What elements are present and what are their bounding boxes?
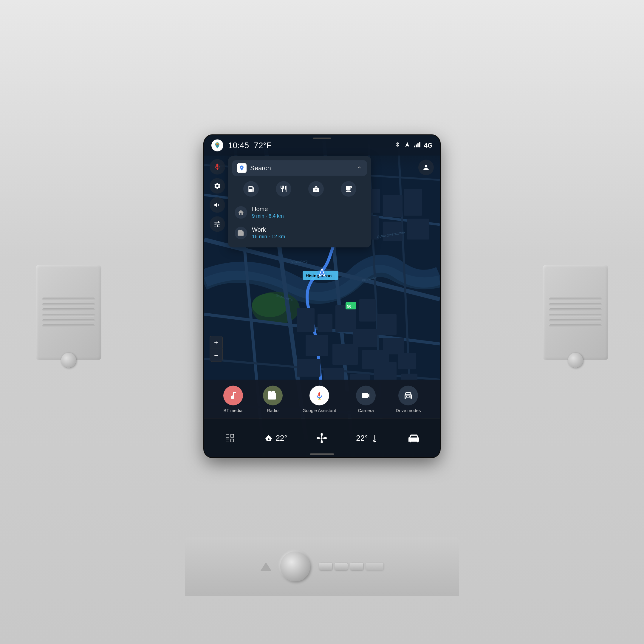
zoom-controls: + − — [210, 336, 223, 362]
work-detail: 16 min · 12 km — [252, 234, 285, 240]
home-detail: 9 min · 6.4 km — [252, 213, 284, 219]
zoom-in-button[interactable]: + — [210, 336, 223, 349]
radio-label: Radio — [267, 408, 278, 413]
vent-slat — [42, 298, 95, 301]
svg-point-62 — [321, 437, 323, 439]
vent-slat — [42, 308, 95, 311]
tune-button[interactable] — [210, 216, 225, 232]
ctrl-btn-1[interactable] — [319, 563, 332, 570]
bottom-app-bar: BT media Radio — [204, 380, 440, 419]
car-interior: Gulbergsvässgatan Bergsgatan Södra Frams… — [0, 0, 644, 644]
svg-rect-16 — [359, 299, 376, 322]
central-knob[interactable] — [280, 552, 310, 581]
triangle-buttons — [261, 562, 271, 571]
svg-rect-52 — [416, 145, 417, 148]
vent-knob-left[interactable] — [61, 353, 76, 368]
settings-button[interactable] — [210, 178, 225, 194]
svg-point-63 — [410, 439, 411, 440]
ctrl-btn-3[interactable] — [350, 563, 363, 570]
services-button[interactable] — [341, 181, 356, 197]
home-icon — [235, 206, 247, 219]
svg-rect-14 — [318, 314, 332, 332]
network-label: 4G — [424, 142, 433, 149]
bt-media-button[interactable]: BT media — [223, 386, 243, 413]
svg-point-64 — [416, 439, 417, 440]
drive-modes-label: Drive modes — [396, 408, 421, 413]
status-left: 10:45 72°F — [211, 140, 272, 151]
volume-button[interactable] — [210, 197, 225, 213]
car-overview-button[interactable] — [408, 434, 419, 442]
grid-button[interactable] — [225, 433, 235, 443]
seat-left-temp[interactable]: 22° — [264, 434, 287, 443]
microphone-button[interactable] — [210, 159, 225, 175]
google-assistant-button[interactable]: Google Assistant — [303, 386, 336, 413]
signal-icon — [414, 142, 420, 149]
restaurant-button[interactable] — [276, 181, 291, 197]
search-input-label[interactable]: Search — [250, 164, 353, 172]
zoom-out-label: − — [214, 351, 218, 360]
camera-icon — [356, 386, 376, 405]
status-temperature: 72°F — [254, 141, 271, 150]
status-right: 4G — [395, 142, 433, 149]
vent-slat — [549, 298, 602, 301]
svg-rect-17 — [377, 314, 397, 335]
top-handle — [313, 138, 331, 139]
google-assistant-label: Google Assistant — [303, 408, 336, 413]
ctrl-btn-4[interactable] — [366, 563, 383, 570]
svg-rect-53 — [417, 143, 419, 148]
svg-rect-35 — [383, 195, 403, 217]
dashboard-right — [540, 60, 644, 298]
left-sidebar — [210, 159, 225, 232]
radio-button[interactable]: Radio — [263, 386, 283, 413]
vent-knob-right[interactable] — [568, 353, 583, 368]
search-chevron-icon[interactable] — [356, 164, 362, 172]
shopping-button[interactable] — [308, 181, 324, 197]
bt-media-icon — [223, 386, 243, 405]
svg-point-50 — [217, 144, 218, 145]
profile-button[interactable] — [418, 160, 434, 175]
seat-left-temp-value: 22° — [275, 434, 287, 443]
svg-rect-21 — [332, 344, 358, 365]
infotainment-screen[interactable]: Gulbergsvässgatan Bergsgatan Södra Frams… — [204, 135, 440, 457]
svg-rect-13 — [297, 308, 315, 332]
svg-rect-54 — [419, 142, 420, 148]
vent-slat — [42, 314, 95, 317]
destination-home[interactable]: Home 9 min · 6.4 km — [232, 202, 367, 223]
fan-button[interactable] — [317, 433, 327, 443]
home-label: Home — [252, 206, 284, 213]
search-maps-icon — [237, 163, 247, 173]
camera-button[interactable]: Camera — [356, 386, 376, 413]
bt-media-label: BT media — [224, 408, 243, 413]
work-icon — [235, 227, 247, 239]
navigation-icon — [404, 142, 410, 149]
triangle-button-left[interactable] — [261, 562, 271, 571]
camera-label: Camera — [358, 408, 374, 413]
vent-slat — [42, 319, 95, 322]
work-info: Work 16 min · 12 km — [252, 226, 285, 240]
radio-icon — [263, 386, 283, 405]
vent-slat — [549, 308, 602, 311]
vent-right — [543, 265, 608, 360]
ctrl-btn-2[interactable] — [335, 563, 348, 570]
google-assistant-icon — [309, 386, 329, 405]
vent-slat — [549, 314, 602, 317]
climate-bar: 22° 22° — [204, 419, 440, 457]
svg-rect-36 — [404, 189, 422, 216]
fuel-station-button[interactable] — [243, 181, 259, 197]
swipe-handle — [310, 453, 334, 455]
zoom-out-button[interactable]: − — [210, 349, 223, 362]
center-temp-value: 22° — [356, 434, 368, 443]
vent-slat — [549, 324, 602, 327]
svg-rect-57 — [318, 392, 320, 397]
svg-text:56: 56 — [347, 304, 351, 309]
vent-slat — [42, 324, 95, 327]
vent-slat — [549, 303, 602, 306]
drive-modes-button[interactable]: Drive modes — [396, 386, 421, 413]
destination-work[interactable]: Work 16 min · 12 km — [232, 223, 367, 243]
svg-rect-51 — [414, 146, 415, 148]
vent-left — [36, 265, 101, 360]
center-temp[interactable]: 22° — [356, 434, 379, 443]
search-panel: Search — [228, 156, 371, 247]
search-bar[interactable]: Search — [232, 160, 367, 176]
physical-controls-panel — [185, 537, 459, 596]
